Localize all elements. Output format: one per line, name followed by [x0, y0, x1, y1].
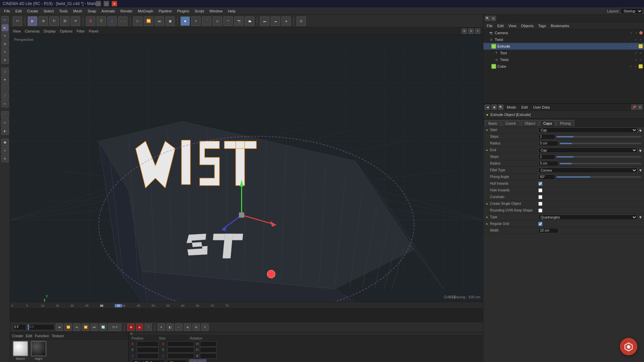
tree-item-twist-child[interactable]: ◎ Twist ✓ ✓ — [483, 56, 644, 63]
om-bookmarks-menu[interactable]: Bookmarks — [549, 23, 571, 28]
maxon-fab-button[interactable] — [620, 338, 637, 355]
props-settings-btn[interactable]: ⚙ — [637, 105, 643, 110]
key-remove-btn[interactable]: ◧ — [166, 323, 174, 331]
viewport-menu-filter[interactable]: Filter — [76, 29, 85, 33]
toolbar-render-region[interactable]: ▷ — [133, 16, 143, 26]
toolbar-camera[interactable]: 📷 — [234, 16, 244, 26]
viewport-close-btn[interactable]: ✕ — [475, 28, 480, 34]
regular-grid-checkbox[interactable] — [538, 222, 542, 226]
viewport-resize-btn[interactable]: ⊞ — [462, 28, 467, 34]
maximize-button[interactable]: □ — [104, 1, 109, 6]
toolbar-view-toggle[interactable]: ⊞ — [297, 16, 306, 26]
next-frame-btn[interactable]: ⏩ — [82, 323, 89, 331]
goto-start-btn[interactable]: ⏮ — [56, 323, 63, 331]
props-record-btn[interactable]: ⏺ — [491, 105, 497, 110]
key-snap-btn[interactable]: ⧈ — [201, 323, 209, 331]
tree-item-text[interactable]: T Text ✓ ✓ — [483, 50, 644, 56]
object-tree[interactable]: 📷 Camera ✓ ✓ ◎ Twist ✓ ✓ — [483, 29, 644, 103]
radius1-slider[interactable] — [560, 143, 641, 144]
tree-item-twist-top[interactable]: ◎ Twist ✓ ✓ — [483, 36, 644, 43]
om-edit-menu[interactable]: Edit — [495, 23, 506, 28]
tool-nurbs[interactable]: ⌒ — [1, 111, 9, 119]
viewport-menu-display[interactable]: Display — [44, 29, 56, 33]
menu-snap[interactable]: Snap — [85, 8, 99, 14]
tool-add[interactable]: ⊕ — [1, 56, 9, 64]
tool-paint[interactable]: ✎ — [1, 119, 9, 127]
tab-caps[interactable]: Caps — [540, 120, 556, 126]
pos-z-field[interactable]: 0 cm — [137, 353, 159, 359]
create-menu[interactable]: Create — [12, 334, 23, 338]
size-mode-select[interactable]: Size Scale — [167, 360, 187, 362]
toolbar-rotate-mode[interactable]: ↻ — [49, 16, 59, 26]
pos-y-field[interactable]: 0 cm — [137, 347, 159, 353]
tool-poly[interactable]: ▭ — [1, 100, 9, 107]
end-select[interactable]: Cap No Cap Fillet Cap — [538, 147, 637, 153]
goto-end-btn[interactable]: ⏭ — [91, 323, 98, 331]
fillet-type-select[interactable]: Convex Concave Linear — [538, 168, 637, 173]
viewport-menu-view[interactable]: View — [13, 29, 21, 33]
hull-inwards-checkbox[interactable] — [538, 182, 542, 186]
tool-rotate[interactable]: ↻ — [1, 48, 9, 56]
viewport-settings-btn[interactable]: ⚙ — [468, 28, 474, 34]
menu-edit[interactable]: Edit — [13, 8, 24, 14]
tool-model[interactable]: ◻ — [1, 68, 9, 75]
toolbar-model-mode[interactable]: ▶ — [28, 16, 37, 26]
phong-angle-slider[interactable] — [556, 176, 641, 178]
menu-mesh[interactable]: Mesh — [70, 8, 85, 14]
tool-snap2[interactable]: ⊙ — [1, 147, 9, 154]
toolbar-undo-btn[interactable]: ↩ — [13, 16, 22, 26]
om-objects-menu[interactable]: Objects — [519, 23, 535, 28]
minimize-button[interactable]: ─ — [96, 1, 101, 6]
menu-tools[interactable]: Tools — [56, 8, 70, 14]
layout-dropdown[interactable]: Startup — [621, 8, 643, 14]
tree-item-cube[interactable]: C Cube ✓ ✓ — [483, 63, 644, 70]
texture-menu[interactable]: Texture — [52, 334, 64, 338]
key-scale2-btn[interactable]: ◈ — [184, 323, 191, 331]
timeline-tracks[interactable] — [10, 309, 483, 321]
size-y-field[interactable]: 71.09 cm — [167, 347, 194, 353]
toolbar-deform[interactable]: 〜 — [223, 16, 233, 26]
props-pin-btn[interactable]: 📌 — [631, 105, 637, 110]
record-active-btn[interactable]: ◉ — [136, 323, 143, 331]
toolbar-scale-mode[interactable]: ⊞ — [60, 16, 69, 26]
type-select[interactable]: Quadrangles Triangles — [538, 215, 637, 220]
viewport-menu-cameras[interactable]: Cameras — [25, 29, 40, 33]
viewport-menu-panel[interactable]: Panel — [89, 29, 98, 33]
width-input[interactable] — [538, 228, 558, 233]
record-help-btn[interactable]: ? — [145, 323, 152, 331]
create-single-checkbox[interactable] — [538, 202, 542, 206]
end-frame-field[interactable]: 75 F — [108, 323, 121, 331]
menu-script[interactable]: Script — [192, 8, 207, 14]
menu-animate[interactable]: Animate — [99, 8, 118, 14]
rp-layer-btn[interactable]: ⊞ — [491, 16, 496, 21]
size-z-field[interactable]: 20 cm — [167, 353, 194, 359]
toolbar-nurbs2[interactable]: ◎ — [213, 16, 222, 26]
function-menu[interactable]: Function — [35, 334, 49, 338]
edit-menu[interactable]: Edit — [26, 334, 32, 338]
toolbar-cube[interactable]: ■ — [180, 16, 190, 26]
radius2-slider[interactable] — [560, 163, 641, 164]
toolbar-render-active[interactable]: ⏪ — [144, 16, 153, 26]
steps2-slider[interactable] — [556, 156, 641, 158]
props-back-btn[interactable]: ◀ — [485, 105, 490, 110]
toolbar-sky[interactable]: ☁ — [271, 16, 280, 26]
toolbar-material[interactable]: ◈ — [281, 16, 291, 26]
timeline-ruler[interactable]: 0 5 10 15 20 25 30 35 40 45 50 55 60 65 — [10, 302, 483, 309]
menu-file[interactable]: File — [1, 8, 13, 14]
tree-item-extrude[interactable]: E Extrude ✓ ✓ — [483, 43, 644, 50]
size-x-field[interactable]: 506.022 cm — [167, 341, 194, 347]
record-btn[interactable]: ⏺ — [127, 323, 135, 331]
props-edit-menu[interactable]: Edit — [520, 105, 530, 110]
props-mode-menu[interactable]: Mode — [505, 105, 518, 110]
rot-b-field[interactable]: 0° — [200, 353, 217, 359]
tool-texture[interactable]: ◈ — [1, 76, 9, 83]
steps2-input[interactable] — [538, 154, 555, 160]
radius1-input[interactable] — [538, 141, 558, 146]
tab-phong[interactable]: Phong — [556, 120, 574, 126]
play-btn[interactable]: ⏯ — [73, 323, 80, 331]
props-search-btn[interactable]: 🔍 — [498, 105, 503, 110]
loop-btn[interactable]: 🔄 — [99, 323, 107, 331]
tool-edge[interactable]: ╱ — [1, 92, 9, 99]
material-white-swatch[interactable] — [13, 341, 28, 356]
menu-plugins[interactable]: Plugins — [174, 8, 192, 14]
